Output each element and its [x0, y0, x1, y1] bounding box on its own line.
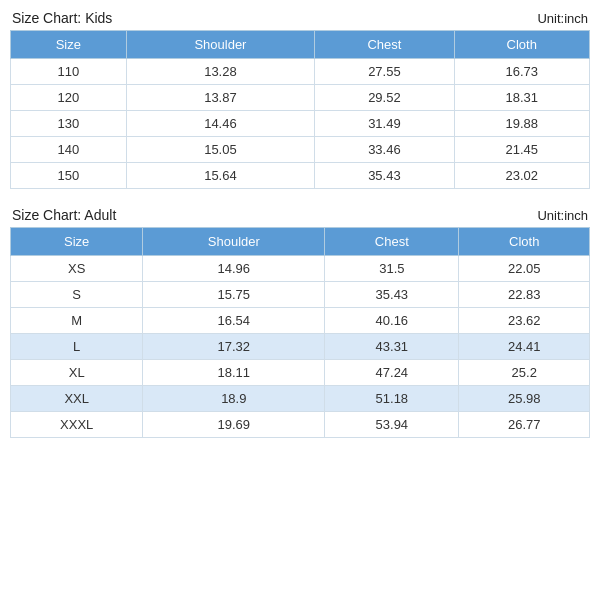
cell-shoulder: 16.54: [143, 308, 325, 334]
cell-size: 150: [11, 163, 127, 189]
cell-shoulder: 17.32: [143, 334, 325, 360]
table-row: XXXL19.6953.9426.77: [11, 412, 590, 438]
cell-shoulder: 18.11: [143, 360, 325, 386]
cell-size: 110: [11, 59, 127, 85]
cell-cloth: 18.31: [454, 85, 589, 111]
table-row: L17.3243.3124.41: [11, 334, 590, 360]
adult-chart-header: Size Chart: Adult Unit:inch: [10, 207, 590, 223]
table-row: 14015.0533.4621.45: [11, 137, 590, 163]
cell-shoulder: 15.75: [143, 282, 325, 308]
table-row: M16.5440.1623.62: [11, 308, 590, 334]
cell-cloth: 25.98: [459, 386, 590, 412]
cell-size: XL: [11, 360, 143, 386]
kids-col-chest: Chest: [315, 31, 454, 59]
cell-shoulder: 14.96: [143, 256, 325, 282]
cell-shoulder: 13.28: [126, 59, 315, 85]
cell-shoulder: 15.05: [126, 137, 315, 163]
table-row: XS14.9631.522.05: [11, 256, 590, 282]
cell-cloth: 24.41: [459, 334, 590, 360]
adult-chart-unit: Unit:inch: [537, 208, 588, 223]
table-row: 11013.2827.5516.73: [11, 59, 590, 85]
table-row: 12013.8729.5218.31: [11, 85, 590, 111]
cell-cloth: 19.88: [454, 111, 589, 137]
cell-chest: 53.94: [325, 412, 459, 438]
adult-col-shoulder: Shoulder: [143, 228, 325, 256]
kids-col-shoulder: Shoulder: [126, 31, 315, 59]
adult-col-cloth: Cloth: [459, 228, 590, 256]
cell-cloth: 22.05: [459, 256, 590, 282]
adult-chart-title: Size Chart: Adult: [12, 207, 116, 223]
kids-size-table: Size Shoulder Chest Cloth 11013.2827.551…: [10, 30, 590, 189]
kids-chart-header: Size Chart: Kids Unit:inch: [10, 10, 590, 26]
cell-shoulder: 15.64: [126, 163, 315, 189]
kids-table-header-row: Size Shoulder Chest Cloth: [11, 31, 590, 59]
cell-size: XS: [11, 256, 143, 282]
cell-shoulder: 13.87: [126, 85, 315, 111]
cell-cloth: 23.62: [459, 308, 590, 334]
cell-chest: 47.24: [325, 360, 459, 386]
cell-chest: 43.31: [325, 334, 459, 360]
table-row: 15015.6435.4323.02: [11, 163, 590, 189]
cell-chest: 29.52: [315, 85, 454, 111]
kids-col-cloth: Cloth: [454, 31, 589, 59]
cell-size: XXL: [11, 386, 143, 412]
cell-cloth: 23.02: [454, 163, 589, 189]
cell-chest: 31.5: [325, 256, 459, 282]
table-row: S15.7535.4322.83: [11, 282, 590, 308]
cell-chest: 33.46: [315, 137, 454, 163]
kids-chart-title: Size Chart: Kids: [12, 10, 112, 26]
table-row: 13014.4631.4919.88: [11, 111, 590, 137]
cell-cloth: 21.45: [454, 137, 589, 163]
cell-size: 130: [11, 111, 127, 137]
cell-chest: 35.43: [325, 282, 459, 308]
adult-col-size: Size: [11, 228, 143, 256]
cell-cloth: 25.2: [459, 360, 590, 386]
cell-chest: 40.16: [325, 308, 459, 334]
cell-size: L: [11, 334, 143, 360]
cell-shoulder: 18.9: [143, 386, 325, 412]
table-row: XL18.1147.2425.2: [11, 360, 590, 386]
cell-size: XXXL: [11, 412, 143, 438]
adult-table-header-row: Size Shoulder Chest Cloth: [11, 228, 590, 256]
adult-chart-section: Size Chart: Adult Unit:inch Size Shoulde…: [10, 207, 590, 438]
cell-chest: 35.43: [315, 163, 454, 189]
cell-size: M: [11, 308, 143, 334]
cell-chest: 31.49: [315, 111, 454, 137]
adult-col-chest: Chest: [325, 228, 459, 256]
cell-size: 120: [11, 85, 127, 111]
cell-chest: 27.55: [315, 59, 454, 85]
cell-cloth: 26.77: [459, 412, 590, 438]
cell-size: S: [11, 282, 143, 308]
cell-shoulder: 14.46: [126, 111, 315, 137]
cell-chest: 51.18: [325, 386, 459, 412]
cell-cloth: 16.73: [454, 59, 589, 85]
cell-cloth: 22.83: [459, 282, 590, 308]
kids-chart-unit: Unit:inch: [537, 11, 588, 26]
cell-size: 140: [11, 137, 127, 163]
adult-size-table: Size Shoulder Chest Cloth XS14.9631.522.…: [10, 227, 590, 438]
table-row: XXL18.951.1825.98: [11, 386, 590, 412]
cell-shoulder: 19.69: [143, 412, 325, 438]
kids-col-size: Size: [11, 31, 127, 59]
kids-chart-section: Size Chart: Kids Unit:inch Size Shoulder…: [10, 10, 590, 189]
